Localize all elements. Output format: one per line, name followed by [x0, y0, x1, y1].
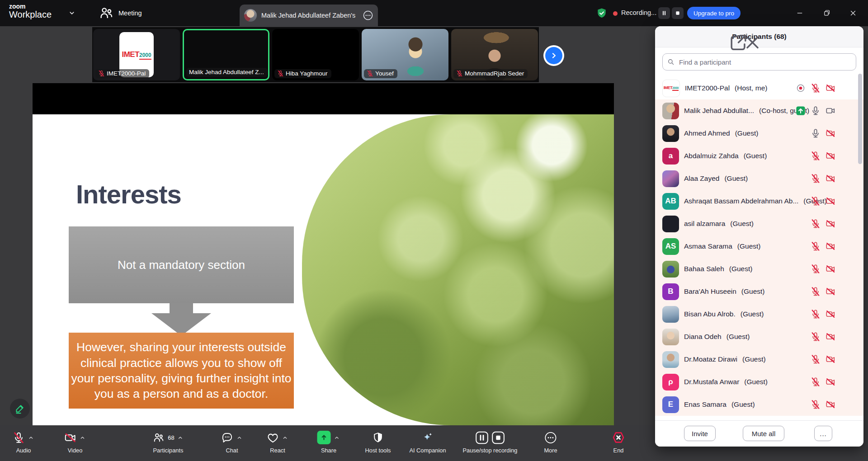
window-close-button[interactable] [845, 6, 861, 20]
mic-muted-icon[interactable] [811, 219, 821, 229]
video-tile-3[interactable]: Hiba Yaghmour [272, 29, 359, 80]
participant-row[interactable]: Dr.Moataz Dirawi(Guest) [655, 348, 863, 371]
chevron-up-icon[interactable] [28, 434, 34, 441]
tab-more-icon[interactable] [363, 10, 373, 21]
mic-muted-icon[interactable] [811, 174, 821, 183]
recording-pause-button[interactable] [658, 7, 670, 19]
participant-row[interactable]: Diana Odeh(Guest) [655, 325, 863, 348]
recording-stop-button[interactable] [672, 7, 684, 19]
toolbar-audio-button[interactable]: Audio [13, 429, 34, 454]
video-tile-2[interactable]: Malik Jehad Abdullateef Z... [183, 29, 269, 80]
cam-muted-icon[interactable] [826, 128, 835, 138]
pause-recording-icon[interactable] [476, 431, 489, 444]
participant-row[interactable]: Bisan Abu Alrob.(Guest) [655, 303, 863, 325]
cam-muted-icon[interactable] [826, 219, 835, 229]
mic-on-icon[interactable] [811, 128, 821, 138]
chevron-up-icon[interactable] [282, 434, 288, 441]
video-tile-5[interactable]: MohmmadRjab Seder [451, 29, 538, 80]
tab-meeting[interactable]: Meeting [95, 5, 146, 21]
toolbar-host-tools-button[interactable]: Host tools [365, 429, 391, 454]
toolbar-more-button[interactable]: More [544, 429, 557, 454]
toolbar-chat-button[interactable]: Chat [221, 429, 243, 454]
participant-row[interactable]: Bahaa Saleh(Guest) [655, 258, 863, 280]
stop-recording-icon[interactable] [492, 431, 505, 444]
letterbox-bar [33, 83, 614, 114]
end-meeting-button[interactable]: End [612, 429, 625, 454]
cam-muted-icon[interactable] [826, 354, 835, 364]
video-tile-4[interactable]: Yousef [362, 29, 448, 80]
cam-muted-icon[interactable] [826, 287, 835, 296]
mic-muted-icon[interactable] [811, 264, 821, 274]
annotate-button[interactable] [10, 399, 30, 419]
restore-icon [823, 9, 831, 17]
avatar: ρ [662, 374, 679, 390]
participant-status-icons [811, 151, 835, 161]
chevron-up-icon[interactable] [236, 434, 243, 441]
toolbar-label: Participants [153, 447, 184, 454]
tab-active-meeting[interactable]: Malik Jehad Abdullateef Zaben's [240, 5, 378, 26]
footer-more-button[interactable]: ... [814, 426, 832, 441]
window-restore-button[interactable] [819, 6, 835, 20]
mic-muted-icon[interactable] [811, 309, 821, 319]
participant-row[interactable]: aAbdalmuiz Zahda(Guest) [655, 145, 863, 167]
cam-muted-icon[interactable] [826, 264, 835, 274]
mic-muted-icon[interactable] [811, 400, 821, 409]
video-tile-1[interactable]: IMET2000IMET2000-Pal [93, 29, 180, 80]
toolbar-share-button[interactable]: Share [317, 429, 340, 454]
participant-status-icons [811, 128, 835, 138]
participant-row[interactable]: ASAsmaa Sarama(Guest) [655, 235, 863, 258]
cam-muted-icon[interactable] [826, 196, 835, 206]
heart-icon [267, 432, 279, 444]
cam-muted-icon[interactable] [826, 151, 835, 161]
mic-muted-icon[interactable] [811, 354, 821, 364]
slide-green-photo [302, 114, 614, 425]
participant-status-icons [811, 264, 835, 274]
participant-row[interactable]: BBara'Ah Huseein(Guest) [655, 280, 863, 303]
cam-muted-icon[interactable] [826, 400, 835, 409]
toolbar-react-button[interactable]: React [267, 429, 288, 454]
invite-button[interactable]: Invite [684, 426, 716, 441]
mic-muted-icon[interactable] [811, 287, 821, 296]
participant-row[interactable]: EEnas Samara(Guest) [655, 393, 863, 416]
participant-row[interactable]: ABAshraqat Bassam Abdelrahman Ab...(Gues… [655, 190, 863, 212]
upgrade-to-pro-button[interactable]: Upgrade to pro [687, 7, 741, 19]
participant-name: asil alzamara [684, 220, 725, 228]
chevron-down-icon[interactable] [68, 9, 76, 17]
toolbar-participants-button[interactable]: 68Participants [152, 429, 184, 454]
scrollbar-thumb[interactable] [858, 74, 862, 164]
cam-muted-icon[interactable] [826, 377, 835, 387]
cam-muted-icon[interactable] [826, 309, 835, 319]
cam-muted-icon[interactable] [826, 332, 835, 342]
mic-muted-icon[interactable] [811, 241, 821, 251]
participant-row[interactable]: Malik Jehad Abdullat...(Co-host, guest) [655, 99, 863, 122]
next-page-button[interactable] [543, 45, 564, 66]
window-minimize-button[interactable] [792, 6, 807, 20]
mic-on-icon[interactable] [811, 106, 821, 116]
mute-all-button[interactable]: Mute all [743, 426, 784, 441]
mic-muted-icon[interactable] [811, 83, 821, 93]
mic-muted-icon[interactable] [811, 332, 821, 342]
toolbar-pause-stop-recording-button[interactable]: Pause/stop recording [463, 429, 518, 454]
participant-row[interactable]: ρDr.Mustafa Anwar(Guest) [655, 371, 863, 393]
avatar [662, 329, 679, 345]
slide-arrow [170, 303, 193, 314]
search-input[interactable] [662, 53, 856, 71]
cam-muted-icon[interactable] [826, 241, 835, 251]
security-shield-icon[interactable] [596, 7, 608, 19]
mic-muted-icon[interactable] [811, 151, 821, 161]
participant-row[interactable]: asil alzamara(Guest) [655, 212, 863, 235]
participant-row[interactable]: Alaa Zayed(Guest) [655, 167, 863, 190]
chevron-up-icon[interactable] [334, 434, 340, 441]
participant-row[interactable]: IMET2000IMET2000-Pal(Host, me) [655, 77, 863, 99]
participant-row[interactable]: Ahmed Ahmed(Guest) [655, 122, 863, 145]
cam-on-icon[interactable] [826, 106, 835, 116]
chevron-up-icon[interactable] [79, 434, 86, 441]
avatar [662, 261, 679, 278]
cam-muted-icon[interactable] [826, 174, 835, 183]
mic-muted-icon[interactable] [811, 196, 821, 206]
mic-muted-icon[interactable] [811, 377, 821, 387]
chevron-up-icon[interactable] [177, 434, 184, 441]
cam-muted-icon[interactable] [826, 83, 835, 93]
toolbar-ai-companion-button[interactable]: AI Companion [409, 429, 446, 454]
toolbar-video-button[interactable]: Video [64, 429, 86, 454]
